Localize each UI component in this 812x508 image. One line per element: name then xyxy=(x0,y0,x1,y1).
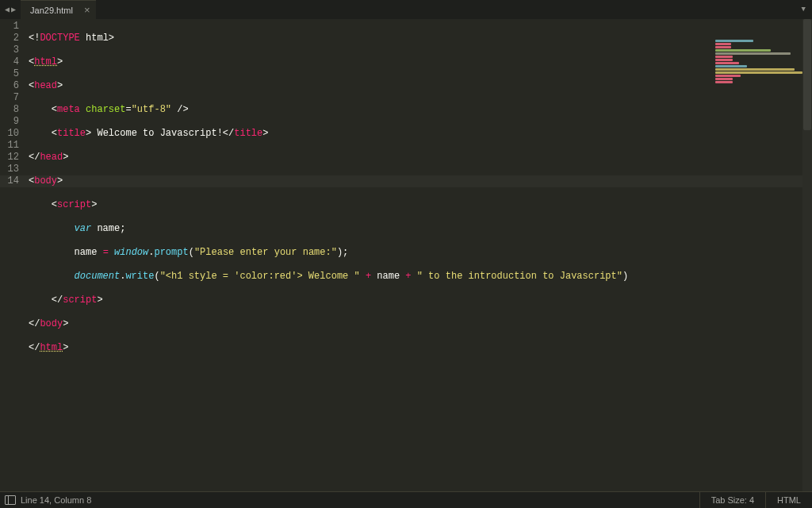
code-line: </html> xyxy=(29,342,812,354)
code-line: <head> xyxy=(29,80,812,92)
line-number: 11 xyxy=(0,140,19,152)
code-area[interactable]: <!DOCTYPE html> <html> <head> <meta char… xyxy=(24,19,812,492)
line-number: 14 xyxy=(0,175,19,187)
line-number-gutter: 1 2 3 4 5 6 7 8 9 10 11 12 13 14 xyxy=(0,19,24,492)
line-number: 4 xyxy=(0,56,19,68)
file-tab[interactable]: Jan29.html × xyxy=(21,0,96,20)
nav-forward-icon[interactable]: ▶ xyxy=(11,5,16,14)
code-line: <!DOCTYPE html> xyxy=(29,33,812,44)
line-number: 3 xyxy=(0,44,19,56)
line-number: 5 xyxy=(0,68,19,80)
line-number: 8 xyxy=(0,104,19,116)
code-line: document.write("<h1 style = 'color:red'>… xyxy=(29,271,812,283)
vertical-scrollbar[interactable] xyxy=(802,19,812,492)
code-line: </script> xyxy=(29,294,812,306)
line-number: 6 xyxy=(0,80,19,92)
code-line: var name; xyxy=(29,223,812,235)
scrollbar-thumb[interactable] xyxy=(803,19,811,130)
line-number: 9 xyxy=(0,116,19,128)
tab-dropdown-icon[interactable]: ▼ xyxy=(802,6,806,13)
status-bar: Line 14, Column 8 Tab Size: 4 HTML xyxy=(0,491,812,508)
code-line: <meta charset="utf-8" /> xyxy=(29,104,812,116)
close-icon[interactable]: × xyxy=(84,4,90,16)
code-line: </head> xyxy=(29,152,812,164)
tab-filename: Jan29.html xyxy=(30,6,73,15)
line-number: 10 xyxy=(0,128,19,140)
code-line: <html> xyxy=(29,56,812,68)
code-line: <title> Welcome to Javascript!</title> xyxy=(29,128,812,140)
code-line: </body> xyxy=(29,318,812,330)
code-line: name = window.prompt("Please enter your … xyxy=(29,247,812,259)
syntax-selector[interactable]: HTML xyxy=(765,492,812,508)
tab-bar: ◀ ▶ Jan29.html × ▼ xyxy=(0,0,812,19)
nav-arrows: ◀ ▶ xyxy=(0,5,21,14)
editor[interactable]: 1 2 3 4 5 6 7 8 9 10 11 12 13 14 <!DOCTY… xyxy=(0,19,812,492)
nav-back-icon[interactable]: ◀ xyxy=(5,5,10,14)
line-number: 7 xyxy=(0,92,19,104)
tab-size-selector[interactable]: Tab Size: 4 xyxy=(699,492,765,508)
code-line: <script> xyxy=(29,199,812,211)
line-number: 13 xyxy=(0,164,19,175)
line-number: 1 xyxy=(0,21,19,33)
code-line: <body> xyxy=(29,175,812,187)
panel-toggle-icon[interactable] xyxy=(5,495,16,505)
line-number: 12 xyxy=(0,152,19,164)
line-number: 2 xyxy=(0,33,19,44)
cursor-position[interactable]: Line 14, Column 8 xyxy=(21,495,91,505)
